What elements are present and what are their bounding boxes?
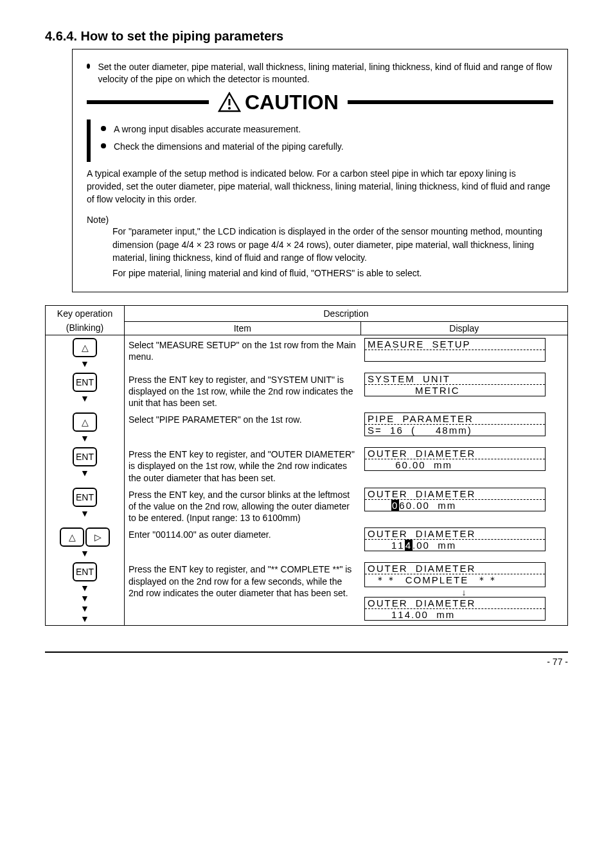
item-text: Press the ENT key to register, and "** C… (129, 562, 357, 599)
col-sub-key: (Blinking) (46, 321, 125, 335)
item-text: Press the ENT key to register, and "OUTE… (129, 447, 357, 484)
down-arrow-icon: ▼ (80, 614, 89, 624)
item-text: Select "PIPE PARAMETER" on the 1st row. (129, 412, 357, 425)
cursor-inverted: 0 (391, 500, 399, 511)
description-text: Set the outer diameter, pipe material, w… (98, 61, 553, 85)
table-row: ENT ▼ ▼ ▼ ▼ Press the ENT key to registe… (46, 560, 568, 626)
display-box: OUTER DIAMETER ＊＊ COMPLETE ＊＊ (364, 562, 546, 587)
down-arrow-icon: ▼ (80, 603, 89, 614)
note-label: Note) (87, 215, 553, 225)
caution-triangle-icon (218, 92, 241, 112)
col-sub-display: Display (360, 321, 568, 335)
down-arrow-icon: ↓ (364, 588, 564, 597)
section-number: 4.6.4. (45, 29, 77, 43)
display-box: OUTER DIAMETER 060.00 mm (364, 488, 546, 511)
down-arrow-icon: ▼ (80, 593, 89, 603)
table-row: ENT ▼ Press the ENT key to register, and… (46, 370, 568, 411)
table-row: △ ▷ ▼ Enter "00114.00" as outer diameter… (46, 525, 568, 560)
col-header-key: Key operation (46, 305, 125, 321)
col-header-desc: Description (125, 305, 568, 321)
caution-item-1: A wrong input disables accurate measurem… (114, 123, 301, 136)
down-arrow-icon: ▼ (80, 433, 89, 443)
display-box: PIPE PARAMETER S= 16 ( 48mm) (364, 412, 546, 436)
ent-key-icon: ENT (73, 447, 97, 466)
bullet-icon (87, 64, 90, 69)
display-box: OUTER DIAMETER 114.00 mm (364, 527, 546, 551)
up-key-icon: △ (60, 527, 84, 547)
down-arrow-icon: ▼ (80, 508, 89, 518)
display-box: MEASURE SETUP (364, 338, 546, 362)
page-footer: - 77 - (45, 651, 568, 667)
caution-label: CAUTION (245, 91, 339, 114)
ent-key-icon: ENT (73, 562, 97, 581)
ent-key-icon: ENT (73, 488, 97, 507)
table-row: ENT ▼ Press the ENT key, and the cursor … (46, 485, 568, 526)
display-box: SYSTEM UNIT METRIC (364, 373, 546, 396)
bullet-icon (101, 143, 106, 148)
up-key-icon: △ (73, 338, 97, 357)
caution-item-2: Check the dimensions and material of the… (114, 141, 344, 153)
caution-banner: CAUTION (87, 91, 553, 114)
caution-body: A wrong input disables accurate measurem… (87, 120, 553, 162)
page-number: - 77 - (547, 657, 568, 667)
table-row: △ ▼ Select "PIPE PARAMETER" on the 1st r… (46, 410, 568, 445)
down-arrow-icon: ▼ (80, 393, 89, 403)
col-sub-item: Item (125, 321, 361, 335)
table-row: ENT ▼ Press the ENT key to register, and… (46, 445, 568, 485)
up-key-icon: △ (73, 412, 97, 432)
item-text: Press the ENT key to register, and "SYST… (129, 373, 357, 409)
display-box: OUTER DIAMETER 114.00 mm (364, 597, 546, 621)
item-text: Enter "00114.00" as outer diameter. (129, 527, 357, 540)
display-box: OUTER DIAMETER 60.00 mm (364, 447, 546, 471)
table-row: △ ▼ Select "MEASURE SETUP" on the 1st ro… (46, 335, 568, 370)
right-key-icon: ▷ (85, 527, 110, 547)
down-arrow-icon: ▼ (80, 548, 89, 558)
bullet-icon (101, 126, 106, 131)
svg-point-2 (228, 107, 231, 110)
note-bullet-2: For pipe material, lining material and k… (112, 267, 553, 279)
procedure-table: Key operation Description (Blinking) Ite… (45, 305, 568, 626)
ent-key-icon: ENT (73, 373, 97, 392)
down-arrow-icon: ▼ (80, 583, 89, 593)
down-arrow-icon: ▼ (80, 468, 89, 478)
description-box: Set the outer diameter, pipe material, w… (72, 49, 568, 292)
item-text: Select "MEASURE SETUP" on the 1st row fr… (129, 338, 357, 362)
item-text: Press the ENT key, and the cursor blinks… (129, 488, 357, 524)
intro-paragraph: A typical example of the setup method is… (87, 167, 553, 206)
down-arrow-icon: ▼ (80, 359, 89, 369)
note-bullet-1: For "parameter input," the LCD indicatio… (112, 225, 553, 264)
cursor-inverted: 4 (405, 540, 413, 551)
section-title: How to set the piping parameters (81, 29, 284, 43)
